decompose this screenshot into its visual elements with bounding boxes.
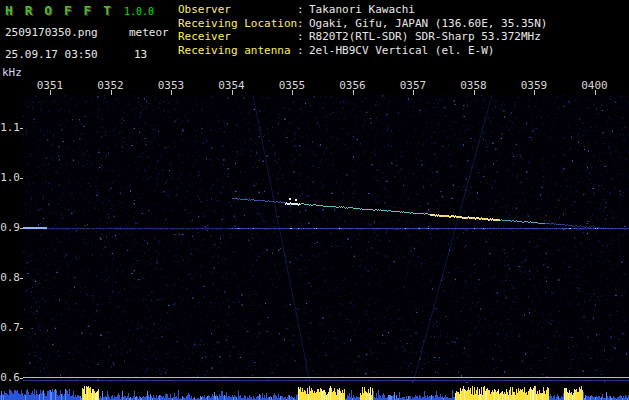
station-info: Observer:Takanori KawachiReceiving Locat… xyxy=(178,3,628,57)
time-axis-label: 0357 xyxy=(400,79,427,92)
time-axis-label: 0351 xyxy=(37,79,64,92)
station-info-row: Receiving antenna:2el-HB9CV Vertical (el… xyxy=(178,44,628,58)
hrofft-window: H R O F F T 1.0.0 2509170350.png meteor … xyxy=(0,0,629,400)
activity-bar-canvas xyxy=(0,384,629,400)
time-axis-label: 0354 xyxy=(218,79,245,92)
meteor-count: 13 xyxy=(134,48,147,61)
info-label: Receiving Location xyxy=(178,17,297,31)
info-value: R820T2(RTL-SDR) SDR-Sharp 53.372MHz xyxy=(309,30,541,44)
freq-unit-label: kHz xyxy=(2,66,22,79)
info-label: Receiving antenna xyxy=(178,44,297,58)
info-label: Observer xyxy=(178,3,297,17)
freq-axis-label: 0.6 xyxy=(0,371,20,384)
info-separator: : xyxy=(297,30,309,44)
info-value: 2el-HB9CV Vertical (el. E-W) xyxy=(309,44,494,58)
freq-axis-label: 0.7 xyxy=(0,321,20,334)
info-separator: : xyxy=(297,3,309,17)
info-separator: : xyxy=(297,17,309,31)
freq-axis-label: 1.1 xyxy=(0,121,20,134)
app-logo: H R O F F T xyxy=(5,3,113,18)
app-version: 1.0.0 xyxy=(124,6,154,17)
freq-axis-label: 0.8 xyxy=(0,271,20,284)
time-axis-label: 0400 xyxy=(581,79,608,92)
datetime-label: 25.09.17 03:50 xyxy=(5,48,98,61)
info-value: Takanori Kawachi xyxy=(309,3,415,17)
freq-axis-label: 1.0 xyxy=(0,171,20,184)
info-separator: : xyxy=(297,44,309,58)
time-axis-label: 0358 xyxy=(460,79,487,92)
station-info-row: Receiving Location:Ogaki, Gifu, JAPAN (1… xyxy=(178,17,628,31)
time-axis-label: 0355 xyxy=(279,79,306,92)
mode-label: meteor xyxy=(129,26,169,39)
output-filename: 2509170350.png xyxy=(5,26,98,39)
station-info-row: Observer:Takanori Kawachi xyxy=(178,3,628,17)
time-axis-label: 0356 xyxy=(339,79,366,92)
spectrogram-canvas xyxy=(23,95,629,383)
freq-axis-label: 0.9 xyxy=(0,221,20,234)
info-label: Receiver xyxy=(178,30,297,44)
time-axis-label: 0352 xyxy=(97,79,124,92)
time-axis-label: 0359 xyxy=(521,79,548,92)
station-info-row: Receiver:R820T2(RTL-SDR) SDR-Sharp 53.37… xyxy=(178,30,628,44)
time-axis-label: 0353 xyxy=(158,79,185,92)
header-left: H R O F F T 1.0.0 2509170350.png meteor … xyxy=(0,0,176,64)
info-value: Ogaki, Gifu, JAPAN (136.60E, 35.35N) xyxy=(309,17,547,31)
